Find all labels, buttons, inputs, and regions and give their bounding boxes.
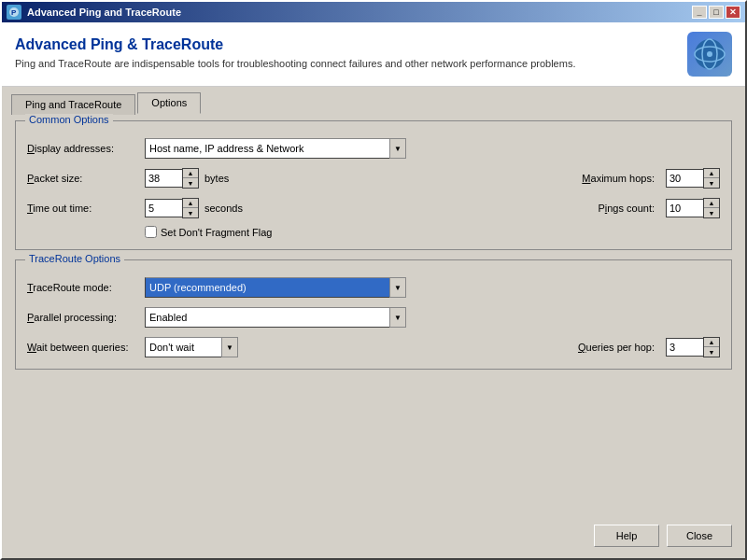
minimize-button[interactable]: _ bbox=[692, 6, 707, 19]
svg-point-5 bbox=[707, 51, 712, 57]
packet-size-up-button[interactable]: ▲ bbox=[183, 169, 198, 178]
pings-count-spinner: ▲ ▼ bbox=[666, 198, 720, 218]
traceroute-options-group: TraceRoute Options TraceRoute mode: UDP … bbox=[15, 259, 732, 370]
packet-size-spinner-buttons: ▲ ▼ bbox=[182, 168, 199, 189]
queries-per-hop-up-button[interactable]: ▲ bbox=[704, 338, 719, 347]
display-addresses-select[interactable]: Host name, IP address & Network Host nam… bbox=[145, 138, 406, 159]
timeout-input[interactable] bbox=[145, 199, 182, 217]
packet-size-down-button[interactable]: ▼ bbox=[183, 178, 198, 188]
pings-count-up-button[interactable]: ▲ bbox=[704, 199, 719, 208]
packet-size-unit: bytes bbox=[204, 173, 229, 184]
queries-per-hop-input[interactable] bbox=[666, 338, 703, 357]
wait-between-queries-row: Wait between queries: Don't wait 100ms 5… bbox=[27, 337, 720, 357]
parallel-processing-select-wrap: Enabled Disabled ▼ bbox=[145, 307, 406, 328]
max-hops-label: Maximum hops: bbox=[582, 173, 655, 184]
traceroute-mode-select-wrap: UDP (recommended) ICMP TCP ▼ bbox=[145, 277, 406, 298]
parallel-processing-row: Parallel processing: Enabled Disabled ▼ bbox=[27, 307, 720, 328]
traceroute-mode-select[interactable]: UDP (recommended) ICMP TCP bbox=[145, 277, 406, 298]
pings-count-label: Pings count: bbox=[598, 203, 655, 214]
timeout-down-button[interactable]: ▼ bbox=[183, 208, 198, 217]
max-hops-down-button[interactable]: ▼ bbox=[704, 178, 719, 188]
traceroute-options-title: TraceRoute Options bbox=[25, 253, 124, 264]
wait-between-queries-label: Wait between queries: bbox=[27, 342, 139, 353]
max-hops-up-button[interactable]: ▲ bbox=[704, 169, 719, 178]
timeout-spinner: ▲ ▼ bbox=[145, 198, 199, 218]
traceroute-mode-row: TraceRoute mode: UDP (recommended) ICMP … bbox=[27, 277, 720, 298]
timeout-spinner-buttons: ▲ ▼ bbox=[182, 198, 199, 218]
parallel-processing-label: Parallel processing: bbox=[27, 312, 139, 323]
title-text: Advanced Ping and TraceRoute bbox=[27, 7, 181, 18]
timeout-row: Time out time: ▲ ▼ seconds Pings count: bbox=[27, 198, 720, 218]
packet-size-spinner: ▲ ▼ bbox=[145, 168, 199, 189]
timeout-unit: seconds bbox=[204, 203, 243, 214]
timeout-label: Time out time: bbox=[27, 203, 139, 214]
title-bar: P Advanced Ping and TraceRoute _ □ ✕ bbox=[2, 2, 745, 22]
queries-per-hop-spinner: ▲ ▼ bbox=[666, 337, 720, 357]
title-bar-text: P Advanced Ping and TraceRoute bbox=[7, 5, 181, 20]
tab-options[interactable]: Options bbox=[137, 92, 201, 114]
app-description: Ping and TraceRoute are indispensable to… bbox=[15, 57, 575, 71]
parallel-processing-select[interactable]: Enabled Disabled bbox=[145, 307, 406, 328]
title-bar-controls: _ □ ✕ bbox=[692, 6, 740, 19]
pings-count-input[interactable] bbox=[666, 199, 703, 217]
help-button[interactable]: Help bbox=[594, 525, 659, 547]
main-content: Common Options Display addresses: Host n… bbox=[2, 113, 745, 517]
traceroute-mode-label: TraceRoute mode: bbox=[27, 282, 139, 293]
display-addresses-label: Display addresses: bbox=[27, 143, 139, 154]
main-window: P Advanced Ping and TraceRoute _ □ ✕ Adv… bbox=[0, 0, 747, 560]
common-options-title: Common Options bbox=[25, 114, 113, 125]
app-logo bbox=[687, 32, 732, 77]
wait-between-queries-select-wrap: Don't wait 100ms 500ms 1 second ▼ bbox=[145, 337, 238, 357]
queries-per-hop-label: Queries per hop: bbox=[578, 342, 655, 353]
max-hops-spinner: ▲ ▼ bbox=[666, 168, 720, 189]
tab-bar: Ping and TraceRoute Options bbox=[2, 87, 745, 113]
packet-size-input[interactable] bbox=[145, 169, 182, 188]
packet-size-label: Packet size: bbox=[27, 173, 139, 184]
max-hops-input[interactable] bbox=[666, 169, 703, 188]
tab-ping-traceroute[interactable]: Ping and TraceRoute bbox=[11, 94, 135, 115]
max-hops-spinner-buttons: ▲ ▼ bbox=[703, 168, 720, 189]
dont-fragment-label: Set Don't Fragment Flag bbox=[161, 227, 273, 238]
pings-count-spinner-buttons: ▲ ▼ bbox=[703, 198, 720, 218]
pings-count-down-button[interactable]: ▼ bbox=[704, 208, 719, 217]
packet-size-row: Packet size: ▲ ▼ bytes Maximum hops: bbox=[27, 168, 720, 189]
common-options-group: Common Options Display addresses: Host n… bbox=[15, 120, 732, 250]
svg-text:P: P bbox=[11, 8, 17, 17]
display-addresses-row: Display addresses: Host name, IP address… bbox=[27, 138, 720, 159]
app-icon: P bbox=[7, 5, 21, 20]
queries-per-hop-down-button[interactable]: ▼ bbox=[704, 347, 719, 357]
maximize-button[interactable]: □ bbox=[709, 6, 724, 19]
bottom-bar: Help Close bbox=[2, 517, 745, 558]
display-addresses-select-wrap: Host name, IP address & Network Host nam… bbox=[145, 138, 406, 159]
timeout-up-button[interactable]: ▲ bbox=[183, 199, 198, 208]
app-title: Advanced Ping & TraceRoute bbox=[15, 36, 575, 53]
app-header-text: Advanced Ping & TraceRoute Ping and Trac… bbox=[15, 36, 575, 71]
window-close-button[interactable]: ✕ bbox=[726, 6, 740, 19]
dont-fragment-row: Set Don't Fragment Flag bbox=[145, 226, 720, 238]
app-header: Advanced Ping & TraceRoute Ping and Trac… bbox=[2, 22, 745, 87]
close-button[interactable]: Close bbox=[667, 525, 732, 547]
dont-fragment-checkbox[interactable] bbox=[145, 226, 157, 238]
wait-between-queries-select[interactable]: Don't wait 100ms 500ms 1 second bbox=[145, 337, 238, 357]
queries-per-hop-spinner-buttons: ▲ ▼ bbox=[703, 337, 720, 357]
